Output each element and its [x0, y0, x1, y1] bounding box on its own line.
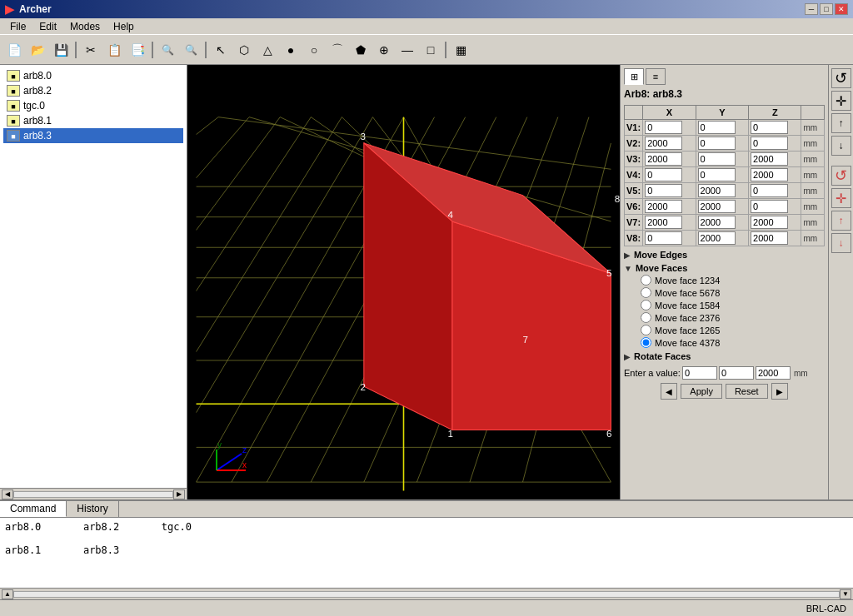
back-button[interactable]: ◀ [661, 383, 677, 400]
tree-item-arb81[interactable]: ■ arb8.1 [3, 113, 183, 128]
zoom-out-button[interactable]: 🔍 [180, 39, 202, 61]
arc-button[interactable]: ⌒ [327, 39, 348, 61]
tree-item-arb83[interactable]: ■ arb8.3 [3, 128, 183, 143]
copy-button[interactable]: 📋 [103, 39, 125, 61]
face-radio-4[interactable] [641, 325, 651, 335]
arrow-button[interactable]: ↖ [210, 39, 232, 61]
vertex-z-input-2[interactable] [751, 137, 788, 150]
forward-button[interactable]: ▶ [771, 383, 788, 400]
move-edges-label: Move Edges [634, 250, 687, 260]
vert-btn-move2[interactable]: ✛ [831, 188, 851, 208]
props-tab-grid[interactable]: ⊞ [624, 68, 644, 85]
reset-button[interactable]: Reset [726, 384, 768, 399]
tab-command[interactable]: Command [0, 501, 67, 517]
vert-btn-down2[interactable]: ↓ [831, 233, 851, 253]
minimize-button[interactable]: ─ [805, 3, 818, 15]
tab-history[interactable]: History [67, 501, 118, 517]
value-input-3[interactable] [756, 366, 791, 380]
vert-btn-rotate[interactable]: ↺ [831, 68, 851, 88]
tree-item-tgc0[interactable]: ■ tgc.0 [3, 98, 183, 113]
value-input-1[interactable] [682, 366, 717, 380]
vertex-y-input-2[interactable] [698, 137, 736, 150]
menu-modes[interactable]: Modes [63, 19, 107, 34]
save-button[interactable]: 💾 [50, 39, 72, 61]
shape2-button[interactable]: △ [257, 39, 278, 61]
zoom-in-button[interactable]: 🔍 [157, 39, 178, 61]
vertex-z-input-5[interactable] [751, 184, 788, 197]
face-radio-5[interactable] [641, 337, 651, 348]
h-scroll-left[interactable]: ◀ [2, 489, 13, 499]
vertex-y-input-3[interactable] [698, 152, 736, 166]
vertex-x-input-6[interactable] [645, 200, 682, 213]
tree-icon: ■ [7, 85, 20, 97]
vert-btn-move[interactable]: ✛ [831, 91, 851, 111]
vertex-x-input-5[interactable] [645, 184, 682, 197]
cut-button[interactable]: ✂ [80, 39, 102, 61]
vertex-z-input-7[interactable] [751, 216, 788, 229]
value-input-2[interactable] [719, 366, 754, 380]
vertex-z-input-4[interactable] [751, 168, 788, 181]
menu-edit[interactable]: Edit [32, 19, 63, 34]
vertex-z-input-8[interactable] [751, 231, 788, 245]
vertex-x-input-1[interactable] [645, 121, 682, 134]
move-edges-header[interactable]: ▶ Move Edges [624, 250, 825, 260]
vert-btn-down[interactable]: ↓ [831, 136, 851, 156]
vertex-y-input-4[interactable] [698, 168, 736, 181]
vertex-x-input-7[interactable] [645, 216, 682, 229]
face-radio-2[interactable] [641, 300, 651, 310]
vert-btn-up[interactable]: ↑ [831, 113, 851, 133]
vertex-y-input-8[interactable] [698, 231, 736, 245]
vertex-z-input-3[interactable] [751, 152, 788, 166]
move-faces-header[interactable]: ▼ Move Faces [624, 263, 825, 273]
vertex-x-input-4[interactable] [645, 168, 682, 181]
h-scroll-right[interactable]: ▶ [173, 489, 185, 499]
face-radio-0[interactable] [641, 275, 651, 286]
menu-help[interactable]: Help [107, 19, 141, 34]
tree-item-arb82[interactable]: ■ arb8.2 [3, 83, 183, 98]
shape1-button[interactable]: ⬡ [233, 39, 255, 61]
close-button[interactable]: ✕ [835, 3, 848, 15]
vertex-y-input-1[interactable] [698, 121, 736, 134]
apply-button[interactable]: Apply [681, 384, 722, 399]
vertex-row-3: V3: mm [625, 152, 825, 167]
vertex-row-1: V1: mm [625, 120, 825, 136]
viewport-3d[interactable]: 8 5 4 1 6 7 3 2 x y z [187, 65, 620, 499]
rect-button[interactable]: □ [420, 39, 441, 61]
vertex-y-input-6[interactable] [698, 200, 736, 213]
line-button[interactable]: — [397, 39, 418, 61]
grid-button[interactable]: ▦ [450, 39, 471, 61]
props-tab-list[interactable]: ≡ [646, 68, 666, 85]
vertex-x-input-2[interactable] [645, 137, 682, 150]
console-scroll-up[interactable]: ▲ [2, 589, 13, 599]
col-header-empty [625, 106, 643, 120]
paste-button[interactable]: 📑 [127, 39, 148, 61]
vertex-y-7 [696, 215, 748, 231]
face-radio-label-0: Move face 1234 [655, 276, 720, 286]
rotate-faces-header[interactable]: ▶ Rotate Faces [624, 351, 825, 361]
menu-file[interactable]: File [3, 19, 32, 34]
new-button[interactable]: 📄 [3, 39, 25, 61]
vertex-z-input-6[interactable] [751, 200, 788, 213]
vertex-label-2: V2: [625, 136, 643, 152]
face-radio-1[interactable] [641, 287, 651, 298]
vertex-unit-7: mm [801, 215, 825, 231]
face-radio-3[interactable] [641, 312, 651, 323]
vertex-z-input-1[interactable] [751, 121, 788, 134]
restore-button[interactable]: □ [820, 3, 833, 15]
vert-btn-rotate2[interactable]: ↺ [831, 166, 851, 186]
ring-button[interactable]: ○ [303, 39, 325, 61]
vertex-x-input-8[interactable] [645, 231, 682, 245]
vertex-unit-8: mm [801, 231, 825, 246]
cross-button[interactable]: ⊕ [373, 39, 395, 61]
vertex-y-input-5[interactable] [698, 184, 736, 197]
value-unit: mm [792, 369, 808, 378]
console-scroll-down[interactable]: ▼ [840, 589, 851, 599]
vertex-y-input-7[interactable] [698, 216, 736, 229]
open-button[interactable]: 📂 [27, 39, 48, 61]
vertex-label-5: V5: [625, 183, 643, 199]
circle-button[interactable]: ● [280, 39, 302, 61]
poly-button[interactable]: ⬟ [350, 39, 372, 61]
tree-item-arb80[interactable]: ■ arb8.0 [3, 68, 183, 83]
vertex-x-input-3[interactable] [645, 152, 682, 166]
vert-btn-up2[interactable]: ↑ [831, 211, 851, 231]
